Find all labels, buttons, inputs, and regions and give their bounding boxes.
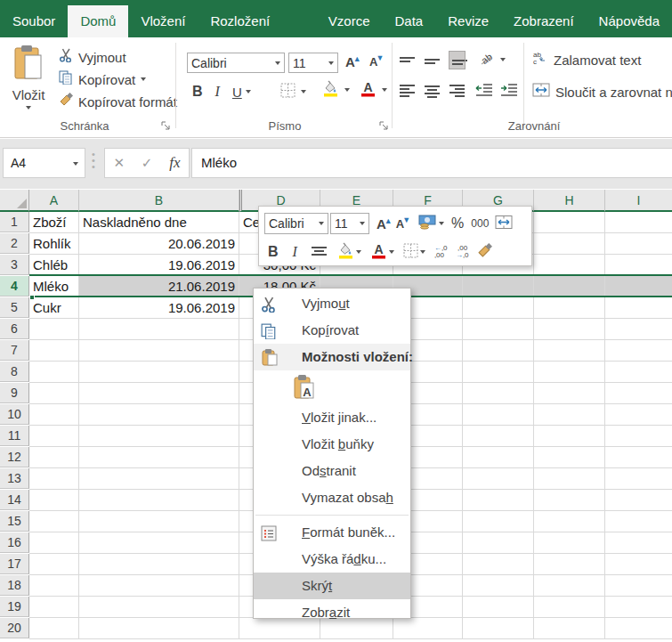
tab-vložení[interactable]: Vložení bbox=[128, 5, 198, 37]
font-name-combo[interactable]: Calibri bbox=[187, 53, 285, 73]
column-header-H[interactable]: H bbox=[534, 190, 605, 212]
mini-format-painter-icon[interactable] bbox=[477, 243, 492, 262]
decrease-decimal-icon[interactable]: ,00→,0 bbox=[456, 245, 475, 259]
cell-H15[interactable] bbox=[534, 511, 605, 532]
mini-borders-icon[interactable] bbox=[403, 243, 418, 262]
cell-A10[interactable] bbox=[29, 404, 79, 426]
copy-button[interactable]: Kopírovat bbox=[59, 69, 146, 89]
cell-B20[interactable] bbox=[79, 618, 239, 639]
italic-button[interactable]: I bbox=[215, 84, 220, 100]
cell-B4[interactable]: 21.06.2019 bbox=[79, 276, 239, 297]
menu-item-skrýt[interactable]: Skrýt bbox=[254, 573, 410, 599]
cell-H11[interactable] bbox=[534, 426, 605, 447]
cell-B6[interactable] bbox=[79, 319, 239, 340]
cell-H12[interactable] bbox=[534, 447, 605, 468]
cell-I19[interactable] bbox=[605, 597, 672, 618]
cell-A15[interactable] bbox=[29, 511, 79, 532]
clipboard-dialog-launcher-icon[interactable] bbox=[160, 120, 172, 132]
cell-A18[interactable] bbox=[29, 575, 79, 597]
tab-domů[interactable]: Domů bbox=[68, 5, 128, 37]
column-header-I[interactable]: I bbox=[605, 190, 672, 212]
row-header-11[interactable]: 11 bbox=[0, 426, 29, 446]
cancel-icon[interactable]: ✕ bbox=[113, 155, 125, 171]
cell-H4[interactable] bbox=[534, 276, 605, 297]
cell-G13[interactable] bbox=[463, 468, 534, 490]
cell-I7[interactable] bbox=[605, 340, 672, 362]
accounting-format-icon[interactable] bbox=[417, 214, 437, 233]
cell-I12[interactable] bbox=[605, 447, 672, 468]
borders-button[interactable] bbox=[280, 82, 306, 102]
menu-item-formát-buněk[interactable]: Formát buněk... bbox=[254, 519, 410, 546]
tab-rozložení-stránky[interactable]: Rozložení stránky bbox=[198, 5, 315, 37]
mini-decrease-font-icon[interactable]: A▼ bbox=[396, 217, 412, 231]
cell-B2[interactable]: 20.06.2019 bbox=[79, 233, 239, 255]
fill-color-button[interactable] bbox=[322, 80, 350, 100]
row-header-8[interactable]: 8 bbox=[0, 362, 29, 382]
cell-B18[interactable] bbox=[79, 575, 239, 597]
font-dialog-launcher-icon[interactable] bbox=[378, 120, 390, 132]
cell-H2[interactable] bbox=[534, 233, 605, 255]
row-header-2[interactable]: 2 bbox=[0, 233, 29, 254]
cell-I4[interactable] bbox=[605, 276, 672, 297]
orientation-caret[interactable] bbox=[500, 58, 506, 61]
cell-I16[interactable] bbox=[605, 532, 672, 554]
column-header-B[interactable]: B bbox=[79, 190, 239, 212]
decrease-indent-icon[interactable] bbox=[475, 83, 493, 101]
orientation-button[interactable]: ab bbox=[479, 50, 506, 69]
cell-A2[interactable]: Rohlík bbox=[29, 233, 79, 255]
row-header-1[interactable]: 1 bbox=[0, 212, 29, 232]
cell-I13[interactable] bbox=[605, 468, 672, 490]
cell-H20[interactable] bbox=[534, 618, 605, 639]
menu-item-vložit-buňky[interactable]: Vložit buňky bbox=[254, 431, 410, 458]
cell-I2[interactable] bbox=[605, 233, 672, 255]
cell-I10[interactable] bbox=[605, 404, 672, 426]
cell-A12[interactable] bbox=[29, 447, 79, 468]
cell-I9[interactable] bbox=[605, 383, 672, 404]
row-header-14[interactable]: 14 bbox=[0, 490, 29, 510]
align-left-icon[interactable] bbox=[400, 85, 415, 99]
cell-G17[interactable] bbox=[463, 554, 534, 575]
row-header-6[interactable]: 6 bbox=[0, 319, 29, 339]
underline-button[interactable]: U bbox=[232, 85, 242, 100]
cell-H1[interactable] bbox=[534, 212, 605, 233]
menu-item-odstranit[interactable]: Odstranit bbox=[254, 458, 410, 484]
cell-B19[interactable] bbox=[79, 597, 239, 618]
column-header-A[interactable]: A bbox=[29, 190, 79, 212]
cell-B14[interactable] bbox=[79, 490, 239, 511]
cell-A8[interactable] bbox=[29, 362, 79, 383]
cell-A4[interactable]: Mléko bbox=[29, 276, 79, 297]
cell-A3[interactable]: Chléb bbox=[29, 255, 79, 276]
cell-I15[interactable] bbox=[605, 511, 672, 532]
cell-H18[interactable] bbox=[534, 575, 605, 597]
cell-G14[interactable] bbox=[463, 490, 534, 511]
cell-A14[interactable] bbox=[29, 490, 79, 511]
row-header-4[interactable]: 4 bbox=[0, 276, 29, 297]
cell-A9[interactable] bbox=[29, 383, 79, 404]
cell-G5[interactable] bbox=[463, 297, 534, 319]
cell-A1[interactable]: Zboží bbox=[29, 212, 79, 233]
cell-G15[interactable] bbox=[463, 511, 534, 532]
mini-bold-button[interactable]: B bbox=[268, 244, 279, 260]
mini-font-color-icon[interactable]: A bbox=[370, 242, 387, 263]
cell-H17[interactable] bbox=[534, 554, 605, 575]
wrap-text-button[interactable]: ab c Zalamovat text bbox=[532, 50, 641, 69]
row-header-13[interactable]: 13 bbox=[0, 468, 29, 489]
row-header-7[interactable]: 7 bbox=[0, 340, 29, 361]
row-header-3[interactable]: 3 bbox=[0, 255, 29, 275]
mini-merge-center-icon[interactable] bbox=[495, 215, 513, 233]
cell-H19[interactable] bbox=[534, 597, 605, 618]
row-header-19[interactable]: 19 bbox=[0, 597, 29, 617]
cell-A19[interactable] bbox=[29, 597, 79, 618]
menu-item-kopírovat[interactable]: Kopírovat bbox=[254, 317, 410, 344]
tab-nápověda[interactable]: Nápověda bbox=[587, 5, 672, 37]
cell-H5[interactable] bbox=[534, 297, 605, 319]
cell-B17[interactable] bbox=[79, 554, 239, 575]
align-top-icon[interactable] bbox=[400, 55, 415, 64]
fill-color-caret[interactable] bbox=[344, 88, 350, 92]
cell-H16[interactable] bbox=[534, 532, 605, 554]
increase-indent-icon[interactable] bbox=[500, 83, 518, 101]
cell-I11[interactable] bbox=[605, 426, 672, 447]
cell-H14[interactable] bbox=[534, 490, 605, 511]
mini-italic-button[interactable]: I bbox=[293, 244, 297, 260]
mini-center-align-icon[interactable] bbox=[312, 247, 327, 257]
